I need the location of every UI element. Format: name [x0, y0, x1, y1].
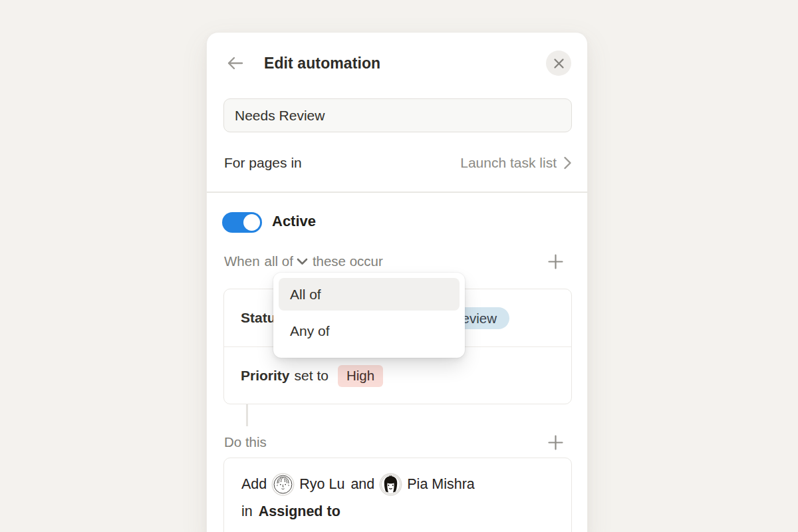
active-label: Active — [272, 213, 316, 230]
section-divider — [207, 192, 589, 193]
menu-item-any-of[interactable]: Any of — [279, 315, 460, 347]
action-line-1: Add Ryo Lu and — [241, 474, 475, 495]
scope-row: For pages in Launch task list — [207, 148, 589, 178]
dialog-title: Edit automation — [264, 55, 380, 72]
plus-icon — [548, 435, 563, 450]
flow-connector-line — [246, 404, 248, 426]
trigger-operator-select[interactable]: all of — [265, 253, 308, 269]
action-line-2: in Assigned to — [241, 503, 340, 520]
priority-value-pill: High — [338, 365, 383, 387]
trigger-operator-value: all of — [265, 253, 293, 269]
scope-value-text: Launch task list — [460, 155, 557, 171]
scope-label: For pages in — [224, 155, 302, 171]
trigger-prefix: When — [224, 253, 260, 269]
trigger-suffix: these occur — [313, 253, 383, 269]
menu-item-all-of[interactable]: All of — [279, 278, 460, 311]
add-action-button[interactable] — [546, 433, 565, 452]
close-button[interactable] — [546, 51, 571, 76]
action-verb: Add — [241, 476, 267, 493]
automation-name-input[interactable]: Needs Review — [223, 98, 572, 132]
active-toggle[interactable] — [222, 212, 262, 233]
action-person-1: Ryo Lu — [299, 476, 344, 493]
close-icon — [553, 58, 565, 69]
action-person-2: Pia Mishra — [407, 476, 475, 493]
avatar-pia-mishra — [380, 474, 401, 495]
plus-icon — [548, 254, 563, 269]
back-button[interactable] — [225, 54, 244, 72]
add-trigger-button[interactable] — [546, 252, 565, 271]
chevron-right-icon — [563, 156, 572, 170]
action-card[interactable]: Add Ryo Lu and — [223, 458, 572, 532]
trigger-header: When all of these occur — [224, 252, 383, 271]
operator-dropdown-menu: All of Any of — [273, 273, 465, 358]
edit-automation-dialog: Edit automation Needs Review For pages i… — [206, 32, 588, 532]
avatar-ryo-lu — [273, 474, 293, 495]
action-conjunction: and — [350, 476, 374, 493]
action-section-label: Do this — [224, 434, 267, 450]
condition-property: Priority — [241, 368, 290, 384]
back-arrow-icon — [226, 56, 243, 70]
toggle-knob — [243, 214, 260, 231]
priority-value-text: High — [346, 368, 374, 384]
scope-picker[interactable]: Launch task list — [460, 155, 572, 171]
action-target-property: Assigned to — [259, 503, 340, 520]
chevron-down-icon — [297, 258, 308, 265]
action-preposition: in — [241, 503, 253, 520]
automation-name-value: Needs Review — [235, 108, 325, 124]
condition-verb: set to — [295, 368, 329, 384]
